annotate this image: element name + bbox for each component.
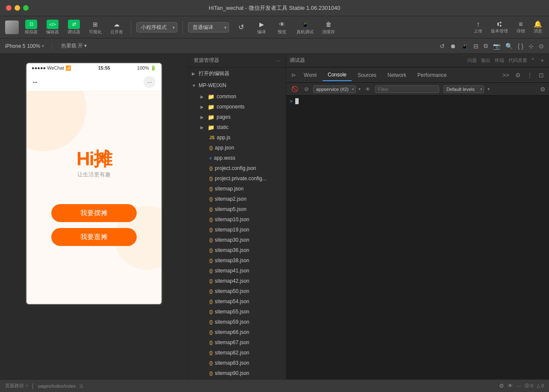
copy-path-icon[interactable]: ⧉ — [79, 383, 83, 389]
file-app-wxss[interactable]: ≡ app.wxss — [188, 153, 286, 163]
status-eye-icon[interactable]: 👁 — [508, 383, 513, 389]
folder-components[interactable]: ▶ 📁 components — [188, 102, 286, 112]
file-sitemap55[interactable]: {} sitemap55.json — [188, 307, 286, 317]
mode-select[interactable]: 小程序模式 插件模式 — [136, 22, 177, 32]
status-more-icon[interactable]: ··· — [517, 383, 521, 389]
file-sitemap66[interactable]: {} sitemap66.json — [188, 327, 286, 337]
code-icon[interactable]: { } — [518, 43, 523, 50]
open-editors-section[interactable]: ▶ 打开的编辑器 — [188, 67, 286, 79]
context-select[interactable]: appservice (#2) — [313, 85, 356, 93]
phone-menu-button[interactable]: ··· — [144, 76, 156, 88]
file-sitemap93[interactable]: {} sitemap93.json — [188, 378, 286, 379]
maximize-button[interactable] — [23, 5, 29, 11]
visual-button[interactable]: ⊞ 可视化 — [86, 19, 104, 36]
record-icon[interactable]: ⏺ — [450, 43, 456, 50]
minimize-button[interactable] — [15, 5, 20, 11]
file-sitemap82[interactable]: {} sitemap82.json — [188, 348, 286, 358]
upload-button[interactable]: ↑ 上传 — [472, 20, 484, 35]
filter-input[interactable] — [375, 85, 439, 93]
tab-performance[interactable]: Performance — [412, 69, 452, 81]
file-sitemap42[interactable]: {} sitemap42.json — [188, 276, 286, 286]
compile-select[interactable]: 普通编译 自定义编译 — [188, 22, 229, 32]
simulator-button[interactable]: ⊡ 模拟器 — [22, 19, 40, 36]
console-gear-icon[interactable]: ⚙ — [540, 86, 546, 93]
file-sitemap5[interactable]: {} sitemap5.json — [188, 204, 286, 214]
devtools-more-tab[interactable]: 问题 — [467, 57, 477, 64]
folder-common[interactable]: ▶ 📁 common — [188, 91, 286, 102]
expand-panel-icon[interactable]: ⊳ — [290, 71, 298, 79]
file-sitemap2[interactable]: {} sitemap2.json — [188, 194, 286, 204]
phone-icon[interactable]: 📱 — [461, 43, 468, 50]
editor-button[interactable]: </> 编辑器 — [44, 19, 62, 36]
file-sitemap54[interactable]: {} sitemap54.json — [188, 296, 286, 307]
file-sitemap36[interactable]: {} sitemap36.json — [188, 245, 286, 255]
devtools-codequality-tab[interactable]: 代码质量 — [508, 57, 527, 64]
detail-button[interactable]: ≡ 详情 — [515, 20, 527, 35]
refresh-button[interactable]: ↺ — [232, 22, 250, 33]
tab-console[interactable]: Console — [323, 69, 352, 81]
file-app-js[interactable]: JS app.js — [188, 132, 286, 143]
file-sitemap10[interactable]: {} sitemap10.json — [188, 214, 286, 225]
hotreload-label[interactable]: 热重载 开 ▾ — [61, 42, 87, 50]
search-icon[interactable]: 🔍 — [505, 43, 513, 50]
file-sitemap59[interactable]: {} sitemap59.json — [188, 317, 286, 327]
file-sitemap41[interactable]: {} sitemap41.json — [188, 266, 286, 276]
file-app-json[interactable]: {} app.json — [188, 143, 286, 153]
device-dropdown-icon[interactable]: ▾ — [42, 44, 44, 48]
mode-select-wrapper[interactable]: 小程序模式 插件模式 — [136, 22, 177, 32]
devtools-close-icon[interactable]: × — [539, 56, 546, 64]
project-section[interactable]: ▼ MP-WEIXIN — [188, 79, 286, 91]
devtools-kebab-icon[interactable]: ⋮ — [525, 71, 534, 79]
screenshot-icon[interactable]: 📷 — [493, 43, 500, 50]
eye-button[interactable]: 👁 — [363, 85, 373, 93]
folder-pages[interactable]: ▶ 📁 pages — [188, 112, 286, 122]
file-panel-more-icon[interactable]: ··· — [276, 58, 281, 64]
version-button[interactable]: ⑆ 版本管理 — [489, 20, 510, 35]
devtools-dock-icon[interactable]: ⊡ — [537, 71, 546, 79]
file-sitemap38[interactable]: {} sitemap38.json — [188, 255, 286, 266]
console-clear-btn[interactable]: 🚫 — [290, 85, 300, 93]
rotate-icon[interactable]: ↺ — [440, 43, 445, 50]
devtools-expand-icon[interactable]: ⌃ — [529, 56, 537, 64]
phone-back-dots[interactable]: ··· — [32, 77, 37, 87]
tab-wxml[interactable]: Wxml — [299, 69, 322, 81]
console-content[interactable]: > — [286, 96, 549, 379]
network-icon[interactable]: ⊹ — [528, 43, 534, 50]
tab-sources[interactable]: Sources — [352, 69, 382, 81]
file-tree[interactable]: ▶ 打开的编辑器 ▼ MP-WEIXIN ▶ 📁 common ▶ 📁 comp… — [188, 67, 286, 379]
compile-button[interactable]: ▶ 编译 — [253, 19, 270, 36]
devtools-settings-icon[interactable]: ⚙ — [514, 71, 523, 79]
compile-select-wrapper[interactable]: 普通编译 自定义编译 — [188, 22, 229, 32]
status-settings-icon[interactable]: ⚙ — [499, 383, 504, 389]
console-cursor[interactable] — [295, 98, 299, 104]
tab-network[interactable]: Network — [382, 69, 411, 81]
cloud-button[interactable]: ☁ 云开发 — [108, 19, 126, 36]
message-button[interactable]: 🔔 消息 — [532, 19, 544, 35]
cache-button[interactable]: 🗑 清缓存 — [320, 19, 338, 36]
split-icon[interactable]: ⊟ — [473, 43, 479, 50]
folder-static[interactable]: ▶ 📁 static — [188, 122, 286, 132]
debugger-button[interactable]: ⇄ 调试器 — [65, 19, 83, 36]
avatar[interactable] — [5, 20, 19, 34]
level-select-wrapper[interactable]: Default levels Verbose Info Warnings Err… — [443, 85, 484, 93]
close-button[interactable] — [6, 5, 12, 11]
level-select[interactable]: Default levels Verbose Info Warnings Err… — [443, 85, 484, 93]
file-sitemap90[interactable]: {} sitemap90.json — [188, 368, 286, 378]
browse-stall-button[interactable]: 我要逛摊 — [51, 228, 137, 246]
file-sitemap30[interactable]: {} sitemap30.json — [188, 235, 286, 245]
console-filter-btn[interactable]: ⊘ — [302, 85, 311, 93]
file-sitemap[interactable]: {} sitemap.json — [188, 184, 286, 194]
file-sitemap67[interactable]: {} sitemap67.json — [188, 337, 286, 348]
file-sitemap50[interactable]: {} sitemap50.json — [188, 286, 286, 296]
preview-button[interactable]: 👁 预览 — [273, 19, 291, 36]
file-project-config[interactable]: {} project.config.json — [188, 163, 286, 173]
file-sitemap19[interactable]: {} sitemap19.json — [188, 225, 286, 235]
devtools-terminal-tab[interactable]: 终端 — [495, 57, 504, 64]
more-icon[interactable]: ⊙ — [539, 43, 544, 50]
copy-icon[interactable]: ⧉ — [484, 42, 488, 50]
file-project-private[interactable]: {} project.private.config... — [188, 173, 286, 184]
devtools-output-tab[interactable]: 输出 — [481, 57, 490, 64]
tab-more-icon[interactable]: >> — [501, 71, 511, 79]
context-select-wrapper[interactable]: appservice (#2) — [313, 85, 356, 93]
file-sitemap83[interactable]: {} sitemap83.json — [188, 358, 286, 368]
